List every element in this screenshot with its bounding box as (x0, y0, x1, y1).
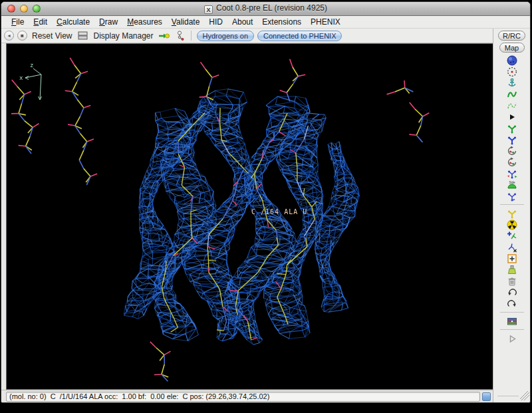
ribbon-icon[interactable] (493, 88, 530, 100)
menu-calculate[interactable]: Calculate (52, 17, 94, 27)
coot-window: XCoot 0.8-pre EL (revision 4925) FileEdi… (1, 1, 531, 403)
menu-validate[interactable]: Validate (167, 17, 205, 27)
toolbar-separator (191, 31, 192, 41)
menu-file[interactable]: File (7, 17, 29, 27)
status-bar: (mol. no: 0) C /1/U/164 ALA occ: 1.00 bf… (1, 390, 493, 402)
graphics-canvas-area[interactable]: C /164 ALA U (6, 43, 493, 390)
mutate-icon[interactable] (493, 207, 530, 219)
panel-separator (500, 312, 524, 313)
phenix-connection-button[interactable]: Connected to PHENIX (257, 31, 342, 41)
rotamers-icon[interactable] (493, 190, 530, 202)
redo-icon[interactable] (493, 298, 530, 309)
title-bar[interactable]: XCoot 0.8-pre EL (revision 4925) (1, 2, 530, 16)
x11-app-icon: X (204, 5, 213, 14)
panel-separator (500, 329, 524, 330)
menu-edit[interactable]: Edit (29, 17, 52, 27)
menu-extensions[interactable]: Extensions (257, 17, 306, 27)
toolbar-collapse-button[interactable]: ◂ (4, 31, 14, 41)
traffic-lights (7, 5, 41, 13)
panel-bottom (493, 389, 530, 402)
flag-icon[interactable] (493, 315, 530, 327)
rrc-button[interactable]: R/RC (498, 31, 525, 41)
zoom-button[interactable] (33, 5, 41, 13)
status-scroll-thumb[interactable] (482, 392, 491, 401)
recentre-icon[interactable] (493, 66, 530, 77)
sphere-refine-icon[interactable] (493, 156, 530, 168)
menu-measures[interactable]: Measures (122, 17, 167, 27)
trash-icon[interactable] (493, 275, 530, 287)
delete-atom-icon[interactable] (493, 241, 530, 253)
auto-fit-rotamer-icon[interactable] (493, 134, 530, 145)
close-button[interactable] (7, 5, 15, 13)
map-button[interactable]: Map (499, 43, 525, 53)
anchor-icon[interactable] (493, 77, 530, 88)
tool-icon-column: Side (493, 55, 530, 344)
play-outline-icon[interactable] (493, 333, 530, 344)
menu-hid[interactable]: HID (204, 17, 227, 27)
reset-view-button[interactable]: Reset View (31, 31, 73, 41)
panel-separator (500, 204, 524, 205)
undo-icon[interactable] (493, 287, 530, 298)
globe-icon[interactable] (493, 55, 530, 66)
add-atom-icon[interactable] (493, 253, 530, 264)
display-manager-button[interactable]: Display Manager (92, 31, 154, 41)
resize-grip[interactable] (520, 391, 529, 400)
hydrogens-toggle-button[interactable]: Hydrogens on (197, 31, 255, 41)
panel-bottom-separator (497, 396, 519, 396)
rotate-translate-icon[interactable] (493, 122, 530, 134)
green-arrow-ball-icon[interactable] (158, 31, 170, 41)
right-tool-panel: R/RC Map Side (493, 29, 530, 402)
status-text: (mol. no: 0) C /1/U/164 ALA occ: 1.00 bf… (6, 392, 480, 402)
svg-text:Side: Side (509, 180, 515, 184)
side-dome-icon[interactable]: Side (493, 179, 530, 190)
regularize-icon[interactable] (493, 168, 530, 179)
window-title: XCoot 0.8-pre EL (revision 4925) (1, 3, 530, 14)
ribbon-dashed-icon[interactable] (493, 100, 530, 111)
real-space-refine-icon[interactable] (493, 145, 530, 156)
display-manager-icon (76, 31, 88, 41)
menu-draw[interactable]: Draw (94, 17, 122, 27)
menu-about[interactable]: About (227, 17, 257, 27)
toolbar-overflow-button[interactable]: ■ (17, 31, 27, 41)
menu-phenix[interactable]: PHENIX (306, 17, 345, 27)
minimize-button[interactable] (20, 5, 28, 13)
main-toolbar: ◂ ■ Reset View Display Manager (1, 29, 493, 43)
radiation-icon[interactable] (493, 219, 530, 230)
molecule-icon[interactable] (174, 31, 186, 41)
brush-icon[interactable] (493, 264, 530, 275)
window-title-text: Coot 0.8-pre EL (revision 4925) (216, 3, 327, 13)
molecular-viewport[interactable] (7, 44, 493, 389)
triangle-icon[interactable] (493, 111, 530, 122)
menu-bar: FileEditCalculateDrawMeasuresValidateHID… (1, 16, 530, 29)
add-terminal-residue-icon[interactable] (493, 230, 530, 241)
